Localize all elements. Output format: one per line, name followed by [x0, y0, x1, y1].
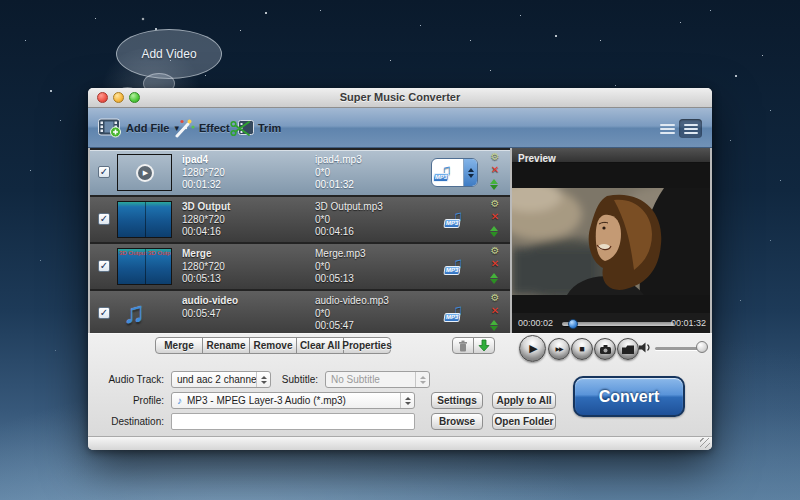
detail-view-button[interactable]	[679, 119, 702, 138]
file-row-3d-output[interactable]: ✓ 3D Output 1280*720 00:04:16 3D Output.…	[90, 197, 510, 242]
profile-select[interactable]: ♪ MP3 - MPEG Layer-3 Audio (*.mp3)	[171, 392, 415, 409]
output-resolution: 0*0	[315, 167, 362, 180]
audio-track-value: und aac 2 channels	[172, 374, 256, 385]
preview-video-area[interactable]	[512, 163, 710, 313]
preview-header: Preview	[512, 148, 710, 163]
row-checkbox[interactable]: ✓	[98, 260, 110, 272]
source-name: Merge	[182, 248, 225, 261]
audio-track-select[interactable]: und aac 2 channels	[171, 371, 271, 388]
properties-button[interactable]: Properties	[343, 337, 391, 354]
row-settings-gear-icon[interactable]: ⚙	[488, 198, 502, 209]
clear-all-button[interactable]: Clear All	[296, 337, 344, 354]
play-button[interactable]: ▶	[519, 335, 546, 362]
green-down-arrow-icon	[478, 339, 490, 352]
row-checkbox[interactable]: ✓	[98, 213, 110, 225]
subtitle-select[interactable]: No Subtitle	[325, 371, 430, 388]
add-file-button[interactable]: Add File ▾	[98, 115, 179, 141]
apply-to-all-button[interactable]: Apply to All	[492, 392, 556, 409]
seek-knob[interactable]	[568, 319, 578, 329]
row-remove-icon[interactable]: ✕	[488, 258, 502, 269]
destination-input[interactable]	[171, 413, 415, 430]
video-frame	[512, 188, 710, 295]
add-file-label: Add File	[126, 122, 169, 134]
check-icon: ✓	[100, 167, 108, 177]
output-name: ipad4.mp3	[315, 154, 362, 167]
file-row-merge[interactable]: ✓ 3D Output 3D Outp Merge 1280*720 00:05…	[90, 244, 510, 289]
mp3-format-icon[interactable]: ♫ MP3	[448, 254, 470, 278]
snapshot-button[interactable]	[594, 338, 616, 360]
detail-view-icon	[684, 122, 698, 136]
source-info: audio-video 00:05:47	[182, 295, 238, 320]
add-video-bubble: Add Video	[116, 29, 222, 79]
window-title: Super Music Converter	[88, 91, 712, 103]
add-file-icon	[98, 118, 122, 138]
trim-button[interactable]: Trim	[230, 115, 281, 141]
remove-glyph: ✕	[491, 258, 499, 269]
mp3-badge: MP3	[443, 219, 461, 228]
subtitle-value: No Subtitle	[326, 374, 415, 385]
output-info: audio-video.mp3 0*0 00:05:47	[315, 295, 389, 333]
open-folder-button[interactable]: Open Folder	[492, 413, 556, 430]
output-info: ipad4.mp3 0*0 00:01:32	[315, 154, 362, 192]
row-settings-gear-icon[interactable]: ⚙	[488, 151, 502, 162]
gear-glyph: ⚙	[491, 245, 500, 256]
speaker-icon	[639, 342, 652, 353]
output-resolution: 0*0	[315, 261, 366, 274]
settings-button[interactable]: Settings	[431, 392, 483, 409]
row-reorder-arrows[interactable]	[490, 179, 498, 190]
browse-button[interactable]: Browse	[431, 413, 483, 430]
volume-slider[interactable]	[655, 347, 699, 350]
output-duration: 00:04:16	[315, 226, 383, 239]
resize-grip[interactable]	[700, 438, 710, 448]
output-info: 3D Output.mp3 0*0 00:04:16	[315, 201, 383, 239]
row-reorder-arrows[interactable]	[490, 273, 498, 284]
delete-button[interactable]	[452, 337, 474, 354]
select-arrows-icon	[415, 372, 429, 387]
main-content: ✓ ▶ ipad4 1280*720 00:01:32 ipad4.mp3 0*…	[88, 148, 712, 333]
video-thumbnail: 3D Output 3D Outp	[117, 248, 172, 285]
row-remove-icon[interactable]: ✕	[488, 164, 502, 175]
rename-button[interactable]: Rename	[202, 337, 250, 354]
volume-knob[interactable]	[696, 341, 708, 353]
file-row-ipad4[interactable]: ✓ ▶ ipad4 1280*720 00:01:32 ipad4.mp3 0*…	[90, 150, 510, 195]
convert-label: Convert	[599, 388, 659, 406]
mp3-badge: MP3	[443, 313, 461, 322]
output-format-button[interactable]: ♫ MP3	[431, 158, 478, 187]
row-remove-icon[interactable]: ✕	[488, 305, 502, 316]
play-overlay-icon[interactable]: ▶	[136, 164, 154, 182]
row-checkbox[interactable]: ✓	[98, 307, 110, 319]
merge-button[interactable]: Merge	[155, 337, 203, 354]
row-checkbox[interactable]: ✓	[98, 166, 110, 178]
row-remove-icon[interactable]: ✕	[488, 211, 502, 222]
title-bar[interactable]: Super Music Converter	[88, 88, 712, 108]
list-view-button[interactable]	[660, 122, 675, 136]
output-name: Merge.mp3	[315, 248, 366, 261]
row-reorder-arrows[interactable]	[490, 320, 498, 331]
output-name: audio-video.mp3	[315, 295, 389, 308]
source-duration: 00:04:16	[182, 226, 230, 239]
row-settings-gear-icon[interactable]: ⚙	[488, 245, 502, 256]
video-thumbnail	[117, 201, 172, 238]
remove-glyph: ✕	[491, 164, 499, 175]
mp3-format-icon[interactable]: ♫ MP3	[448, 301, 470, 325]
format-stepper[interactable]	[463, 159, 477, 186]
row-settings-gear-icon[interactable]: ⚙	[488, 292, 502, 303]
row-reorder-arrows[interactable]	[490, 226, 498, 237]
gear-glyph: ⚙	[491, 292, 500, 303]
effect-button[interactable]: Effect	[173, 115, 230, 141]
preview-panel: Preview	[512, 148, 710, 333]
open-output-button[interactable]	[617, 338, 639, 360]
convert-button[interactable]: Convert	[573, 376, 685, 417]
remove-button[interactable]: Remove	[249, 337, 297, 354]
fast-forward-button[interactable]: ▶▶	[548, 338, 570, 360]
mp3-format-icon[interactable]: ♫ MP3	[448, 207, 470, 231]
stop-button[interactable]: ■	[571, 338, 593, 360]
output-duration: 00:01:32	[315, 179, 362, 192]
stop-icon: ■	[579, 345, 584, 354]
total-time: 00:01:32	[671, 318, 706, 328]
source-resolution: 1280*720	[182, 167, 225, 180]
add-to-list-button[interactable]	[473, 337, 495, 354]
file-row-audio-video[interactable]: ✓ ♫ audio-video 00:05:47 audio-video.mp3…	[90, 291, 510, 333]
seek-slider[interactable]	[562, 322, 674, 326]
profile-label: Profile:	[98, 392, 164, 409]
